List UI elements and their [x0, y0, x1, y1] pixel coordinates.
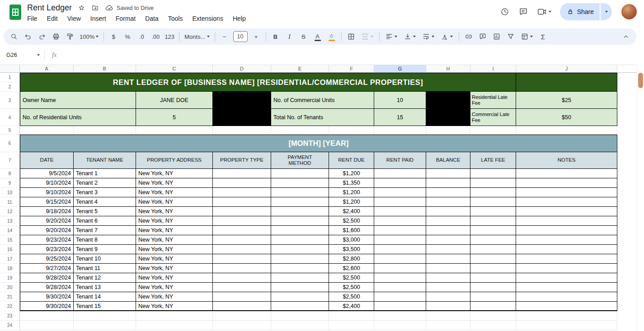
row-header-14[interactable]: 14: [0, 226, 20, 235]
cell-property-address[interactable]: New York, NY: [136, 197, 213, 207]
ledger-header-rent-due[interactable]: RENT DUE: [329, 152, 374, 169]
cell-late-fee[interactable]: [470, 197, 516, 207]
row-header-18[interactable]: 18: [0, 264, 20, 273]
cell-date[interactable]: 9/30/2024: [20, 302, 74, 311]
cell-payment-method[interactable]: [271, 245, 329, 254]
column-header-i[interactable]: I: [470, 65, 516, 73]
cell-tenant-name[interactable]: Tenant 10: [74, 254, 136, 264]
cell-tenant-name[interactable]: Tenant 13: [74, 283, 136, 292]
ledger-header-property-address[interactable]: PROPERTY ADDRESS: [136, 152, 213, 169]
empty-cell[interactable]: [374, 321, 426, 330]
empty-cell[interactable]: [271, 321, 329, 330]
print-button[interactable]: [49, 30, 63, 43]
cell-rent-paid[interactable]: [374, 207, 426, 216]
cell-late-fee[interactable]: [470, 283, 516, 292]
decrease-font-size-button[interactable]: −: [218, 30, 231, 43]
select-all-corner[interactable]: [0, 65, 20, 73]
empty-cell[interactable]: [329, 311, 374, 321]
row-header-16[interactable]: 16: [0, 245, 20, 254]
menu-format[interactable]: Format: [116, 15, 136, 22]
cell-balance[interactable]: [426, 264, 470, 273]
cell-property-address[interactable]: New York, NY: [136, 273, 213, 283]
cell-payment-method[interactable]: [271, 273, 329, 283]
italic-button[interactable]: I: [283, 30, 296, 43]
empty-cell[interactable]: [74, 321, 136, 330]
menu-insert[interactable]: Insert: [90, 15, 106, 22]
cell-tenant-name[interactable]: Tenant 15: [74, 302, 136, 311]
cell-property-address[interactable]: New York, NY: [136, 302, 213, 311]
cell-late-fee[interactable]: [470, 169, 516, 178]
cell-late-fee[interactable]: [470, 245, 516, 254]
owner-name-label-cell[interactable]: Owner Name: [20, 92, 136, 109]
cell-property-type[interactable]: [213, 264, 271, 273]
cell-rent-paid[interactable]: [374, 283, 426, 292]
column-header-g[interactable]: G: [374, 65, 426, 73]
menu-view[interactable]: View: [67, 15, 81, 22]
empty-cell[interactable]: [271, 126, 329, 135]
insert-link-button[interactable]: [462, 30, 475, 43]
save-status[interactable]: Saved to Drive: [105, 4, 154, 13]
cell-rent-paid[interactable]: [374, 169, 426, 178]
star-button[interactable]: [78, 4, 85, 12]
menu-tools[interactable]: Tools: [168, 15, 183, 22]
cell-late-fee[interactable]: [470, 264, 516, 273]
sheet-title-cell[interactable]: RENT LEDGER OF [BUSINESS NAME] [RESIDENT…: [20, 73, 516, 92]
empty-cell[interactable]: [213, 126, 271, 135]
menu-help[interactable]: Help: [233, 15, 246, 22]
cell-rent-paid[interactable]: [374, 188, 426, 197]
row-header-20[interactable]: 20: [0, 283, 20, 292]
month-banner-cell[interactable]: [MONTH] [YEAR]: [20, 135, 617, 152]
sheet-title-side-cell[interactable]: [516, 73, 617, 92]
column-header-a[interactable]: A: [20, 65, 74, 73]
scrollbar-thumb[interactable]: [638, 73, 643, 88]
cell-balance[interactable]: [426, 245, 470, 254]
cell-notes[interactable]: [516, 264, 617, 273]
cell-payment-method[interactable]: [271, 178, 329, 188]
empty-cell[interactable]: [426, 321, 470, 330]
cell-date[interactable]: 9/25/2024: [20, 254, 74, 264]
strikethrough-button[interactable]: S: [297, 30, 310, 43]
cell-payment-method[interactable]: [271, 254, 329, 264]
cell-rent-due[interactable]: $2,400: [329, 302, 374, 311]
empty-cell[interactable]: [136, 311, 213, 321]
share-button[interactable]: Share: [560, 3, 600, 20]
move-to-folder-button[interactable]: [91, 4, 99, 12]
cell-date[interactable]: 9/20/2024: [20, 226, 74, 235]
cell-tenant-name[interactable]: Tenant 11: [74, 264, 136, 273]
empty-cell[interactable]: [470, 321, 516, 330]
cell-property-address[interactable]: New York, NY: [136, 178, 213, 188]
residential-fee-label-cell[interactable]: Residential Late Fee: [470, 92, 516, 109]
empty-cell[interactable]: [426, 126, 470, 135]
empty-cell[interactable]: [213, 311, 271, 321]
cell-payment-method[interactable]: [271, 207, 329, 216]
functions-button[interactable]: Σ: [536, 30, 550, 43]
column-header-b[interactable]: B: [74, 65, 136, 73]
row-header-1[interactable]: 1: [0, 73, 20, 82]
cell-balance[interactable]: [426, 226, 470, 235]
search-menus-button[interactable]: [7, 30, 21, 43]
ledger-header-payment-method[interactable]: PAYMENT METHOD: [271, 152, 329, 169]
cell-date[interactable]: 9/28/2024: [20, 273, 74, 283]
empty-cell[interactable]: [74, 126, 136, 135]
cell-rent-due[interactable]: $1,350: [329, 178, 374, 188]
format-percent-button[interactable]: %: [121, 30, 134, 43]
black-divider-cell[interactable]: [213, 109, 271, 126]
cell-rent-paid[interactable]: [374, 254, 426, 264]
cell-notes[interactable]: [516, 197, 617, 207]
residential-units-label-cell[interactable]: No. of Residential Units: [20, 109, 136, 126]
vertical-align-button[interactable]: [401, 30, 419, 43]
empty-cell[interactable]: [329, 126, 374, 135]
row-header-23[interactable]: 23: [0, 311, 20, 321]
commercial-fee-label-cell[interactable]: Commercial Late Fee: [470, 109, 516, 126]
paint-format-button[interactable]: [63, 30, 77, 43]
cell-balance[interactable]: [426, 216, 470, 226]
cell-notes[interactable]: [516, 169, 617, 178]
column-header-e[interactable]: E: [271, 65, 329, 73]
font-select[interactable]: Monts...: [182, 30, 212, 43]
text-wrap-button[interactable]: [419, 30, 437, 43]
empty-cell[interactable]: [426, 311, 470, 321]
cell-late-fee[interactable]: [470, 292, 516, 302]
cell-tenant-name[interactable]: Tenant 12: [74, 273, 136, 283]
row-header-12[interactable]: 12: [0, 207, 20, 216]
cell-date[interactable]: 9/18/2024: [20, 207, 74, 216]
